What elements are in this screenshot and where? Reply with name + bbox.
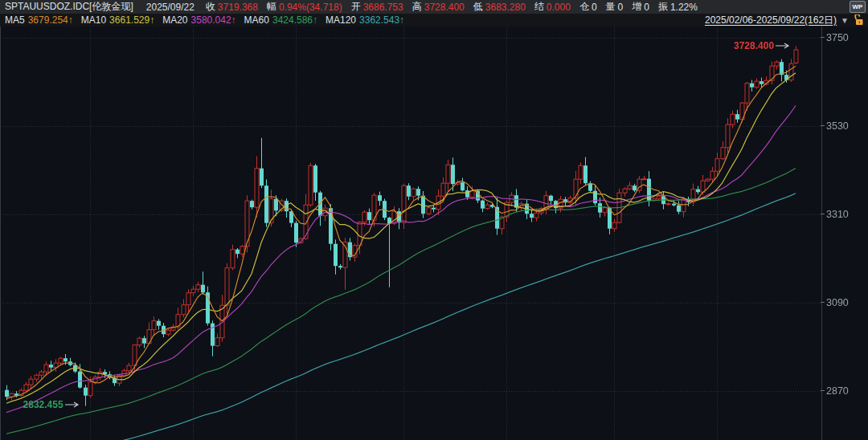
- axis-tick-mark: [821, 125, 825, 126]
- y-axis-label: 3750: [826, 32, 849, 43]
- ma-value: 3580.042↑: [191, 14, 236, 26]
- axis-tick-mark: [821, 302, 825, 303]
- quote-field-label: 高: [412, 0, 422, 14]
- ma-label: MA20: [162, 14, 187, 26]
- ma-legend-item: MA103661.529↑: [81, 14, 154, 26]
- ma-value: 3362.543↑: [359, 14, 404, 26]
- quote-field-value: 3683.280: [485, 2, 526, 13]
- quote-field: 高3728.400: [412, 0, 465, 14]
- ma-value: 3679.254↑: [28, 14, 73, 26]
- quote-field-value: 0: [644, 2, 649, 13]
- quote-field-value: 1.22%: [670, 2, 698, 13]
- ma-value: 3424.586↑: [272, 14, 317, 26]
- date-range-selector[interactable]: 2025/02/06-2025/09/22(162日): [705, 14, 837, 27]
- ma-label: MA120: [326, 14, 356, 26]
- quote-field-value: 0.94%(34.718): [279, 2, 342, 13]
- quote-field-value: 3719.368: [218, 2, 258, 13]
- quote-field-label: 结: [534, 0, 544, 14]
- y-axis-label: 3310: [826, 209, 849, 220]
- quote-field-label: 增: [632, 0, 641, 14]
- quote-field-label: 收: [206, 0, 215, 14]
- right-arrow-icon: [65, 401, 80, 408]
- price-axis[interactable]: 37503530331030902870: [821, 26, 868, 440]
- quote-field-label: 开: [351, 0, 361, 14]
- ma-label: MA60: [244, 14, 269, 26]
- ma-label: MA5: [5, 14, 25, 26]
- quote-field: 收3719.368: [206, 0, 258, 14]
- quote-field: 振1.22%: [658, 0, 698, 14]
- quote-field-value: 0.000: [547, 2, 571, 13]
- quote-field-label: 低: [473, 0, 483, 14]
- quote-field: 结0.000: [534, 0, 571, 14]
- ma-legend-item: MA203580.042↑: [162, 14, 235, 26]
- axis-tick-mark: [821, 390, 825, 391]
- axis-tick-mark: [821, 37, 825, 38]
- ma-legend-item: MA53679.254↑: [5, 14, 73, 26]
- ma-indicator-bar: MA53679.254↑MA103661.529↑MA203580.042↑MA…: [0, 14, 868, 26]
- quote-fields: 收3719.368幅0.94%(34.718)开3686.753高3728.40…: [206, 0, 706, 14]
- axis-tick-mark: [821, 214, 825, 214]
- quote-field-label: 振: [658, 0, 668, 14]
- quote-field: 量0: [606, 0, 624, 14]
- y-axis-label: 2870: [826, 385, 849, 397]
- quote-field: 幅0.94%(34.718): [267, 0, 342, 14]
- low-price-annotation: 2832.455: [23, 399, 80, 410]
- wp-badge-icon[interactable]: WP: [850, 1, 866, 13]
- ma-label: MA10: [81, 14, 106, 26]
- annotation-price: 2832.455: [23, 399, 63, 410]
- quote-field: 增0: [632, 0, 649, 14]
- quote-field-value: 0: [592, 2, 597, 13]
- quote-field-label: 量: [606, 0, 616, 14]
- quote-field-label: 幅: [267, 0, 276, 14]
- quote-field-label: 仓: [579, 0, 589, 14]
- chart-area: 37503530331030902870 3728.4002832.455: [0, 26, 868, 440]
- annotation-price: 3728.400: [734, 40, 774, 51]
- right-arrow-icon: [776, 43, 790, 49]
- unlock-icon[interactable]: [854, 14, 864, 26]
- y-axis-label: 3090: [826, 297, 849, 308]
- quote-field-value: 3686.753: [363, 2, 403, 13]
- quote-field: 仓0: [579, 0, 597, 14]
- candlestick-chart-canvas[interactable]: [0, 26, 821, 440]
- high-price-annotation: 3728.400: [734, 40, 790, 51]
- chevron-down-icon[interactable]: ▼: [841, 16, 849, 25]
- quote-field-value: 0: [618, 2, 624, 13]
- quote-field: 开3686.753: [351, 0, 403, 14]
- ma-value: 3661.529↑: [109, 14, 154, 26]
- quote-field: 低3683.280: [473, 0, 526, 14]
- quote-date: 2025/09/22: [146, 2, 194, 13]
- trading-app-window: SPTAUUSDOZ.IDC[伦敦金现] 2025/09/22 收3719.36…: [0, 0, 868, 440]
- ma-legend-item: MA603424.586↑: [244, 14, 317, 26]
- y-axis-label: 3530: [826, 120, 849, 132]
- quote-field-value: 3728.400: [424, 2, 465, 13]
- ma-values: MA53679.254↑MA103661.529↑MA203580.042↑MA…: [5, 14, 412, 26]
- quote-header-bar: SPTAUUSDOZ.IDC[伦敦金现] 2025/09/22 收3719.36…: [0, 0, 868, 14]
- ma-legend-item: MA1203362.543↑: [326, 14, 404, 26]
- symbol-title: SPTAUUSDOZ.IDC[伦敦金现]: [5, 0, 133, 14]
